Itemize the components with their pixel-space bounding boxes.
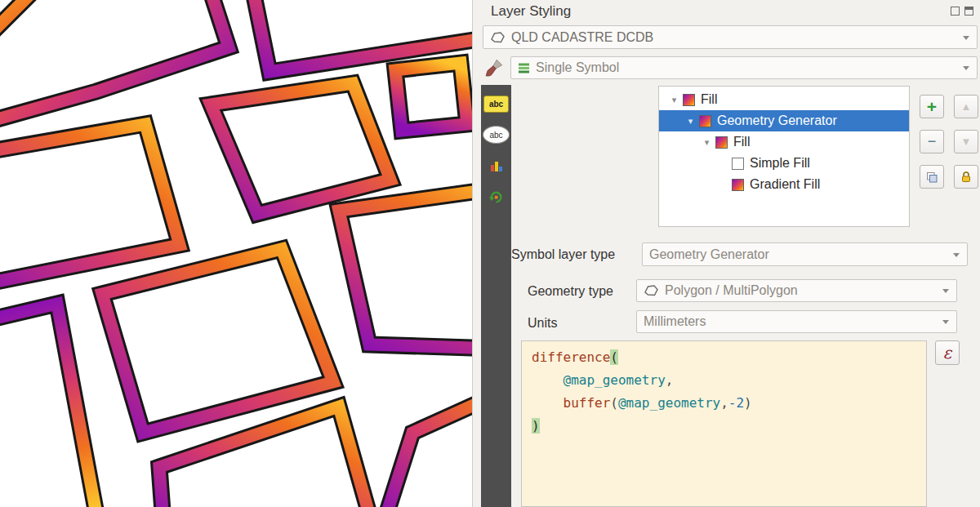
tab-labels[interactable]: abc	[483, 93, 510, 114]
units-value: Millimeters	[644, 314, 706, 329]
lock-colors-button[interactable]	[954, 165, 978, 189]
symbol-layer-type-select[interactable]: Geometry Generator	[642, 242, 968, 266]
polygon-geometry-icon	[644, 284, 659, 297]
qgis-window: Layer Styling QLD CADASTRE DCDB	[0, 0, 980, 507]
move-layer-down-button[interactable]: ▼	[954, 130, 978, 153]
gradient-swatch-icon	[732, 179, 744, 191]
tab-diagrams[interactable]	[483, 155, 510, 176]
single-symbol-icon	[518, 62, 530, 74]
expression-editor[interactable]: difference( @map_geometry, buffer(@map_g…	[521, 340, 927, 507]
renderer-selector[interactable]: Single Symbol	[510, 56, 978, 79]
tree-item-label: Fill	[701, 92, 717, 107]
lock-icon	[960, 171, 973, 184]
symbol-layer-type-label: Symbol layer type	[511, 247, 615, 262]
polygon-layer-icon	[490, 31, 506, 44]
geometry-type-label: Geometry type	[528, 284, 613, 299]
expression-code: difference( @map_geometry, buffer(@map_g…	[532, 346, 916, 438]
cadastre-map	[0, 0, 472, 507]
map-canvas[interactable]	[0, 0, 472, 507]
gradient-swatch-icon	[683, 94, 695, 106]
renderer-selector-value: Single Symbol	[536, 60, 619, 75]
layer-styling-panel: Layer Styling QLD CADASTRE DCDB	[472, 0, 980, 507]
tree-item-simple-fill[interactable]: Simple Fill	[659, 153, 909, 174]
tree-item-fill[interactable]: ▾Fill	[659, 131, 909, 153]
panel-title: Layer Styling	[491, 3, 571, 20]
geometry-type-value: Polygon / MultiPolygon	[665, 283, 798, 298]
chevron-down-icon	[963, 66, 969, 70]
geometry-type-select[interactable]: Polygon / MultiPolygon	[636, 279, 957, 302]
chevron-down-icon	[963, 36, 969, 40]
tree-item-gradient-fill[interactable]: Gradient Fill	[659, 174, 909, 195]
paintbrush-icon	[484, 58, 504, 78]
tree-item-fill[interactable]: ▾Fill	[659, 89, 909, 110]
units-label: Units	[528, 316, 557, 331]
remove-symbol-layer-button[interactable]: −	[920, 130, 944, 153]
close-panel-icon[interactable]	[964, 7, 973, 16]
diagram-icon	[489, 158, 504, 173]
layer-selector-value: QLD CADASTRE DCDB	[511, 30, 653, 45]
tree-item-label: Fill	[733, 135, 750, 149]
chevron-down-icon	[942, 320, 949, 324]
add-symbol-layer-button[interactable]: +	[920, 95, 944, 118]
simple-fill-swatch-icon	[732, 158, 744, 170]
duplicate-icon	[925, 171, 938, 184]
history-arrow-icon	[488, 189, 504, 205]
symbol-layer-type-value: Geometry Generator	[649, 247, 769, 262]
expander-icon[interactable]: ▾	[667, 95, 681, 105]
styling-tab-strip: abc abc	[481, 85, 511, 507]
layer-selector[interactable]: QLD CADASTRE DCDB	[483, 25, 978, 49]
panel-dock-controls	[951, 7, 973, 16]
expression-builder-button[interactable]: ε	[935, 340, 960, 365]
tab-history[interactable]	[483, 186, 510, 207]
chevron-down-icon	[953, 253, 960, 257]
gradient-swatch-icon	[699, 115, 711, 127]
tree-item-label: Gradient Fill	[750, 177, 820, 192]
units-select[interactable]: Millimeters	[636, 310, 957, 333]
tab-symbology[interactable]	[480, 54, 508, 82]
expander-icon[interactable]: ▾	[684, 116, 697, 127]
callouts-abc-icon: abc	[483, 126, 510, 144]
chevron-down-icon	[942, 289, 949, 293]
expander-icon[interactable]: ▾	[700, 137, 714, 148]
symbol-layers-tree: ▾Fill▾Geometry Generator▾FillSimple Fill…	[658, 86, 910, 227]
move-layer-up-button[interactable]: ▲	[954, 95, 978, 118]
tree-item-label: Geometry Generator	[717, 113, 837, 128]
labels-abc-icon: abc	[483, 96, 509, 113]
gradient-swatch-icon	[715, 136, 728, 149]
duplicate-symbol-layer-button[interactable]	[920, 165, 944, 189]
tab-callouts[interactable]: abc	[483, 124, 510, 145]
tree-item-geometry-generator[interactable]: ▾Geometry Generator	[659, 110, 909, 131]
undock-panel-icon[interactable]	[951, 7, 960, 16]
tree-item-label: Simple Fill	[750, 156, 810, 171]
